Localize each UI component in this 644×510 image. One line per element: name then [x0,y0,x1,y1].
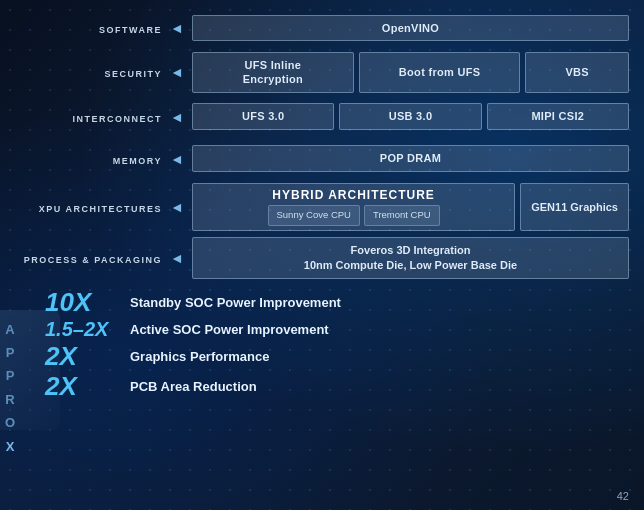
main-content: Software ◄ OpenVINO Security ◄ UFS Inlin… [0,0,644,411]
metric-desc-2: Active SOC Power Improvement [130,322,329,337]
memory-row: Memory ◄ POP DRAM [15,141,629,177]
mipi-box: MIPI CSI2 [487,103,629,129]
interconnect-boxes: UFS 3.0 USB 3.0 MIPI CSI2 [192,103,629,129]
pop-dram-box: POP DRAM [192,145,629,171]
memory-label: Memory [15,150,170,168]
metric-desc-1: Standby SOC Power Improvement [130,295,341,310]
boot-ufs-box: Boot from UFS [359,52,521,93]
metric-value-2: 1.5–2X [45,319,125,339]
slide-number: 42 [617,490,629,502]
sunny-cove-box: Sunny Cove CPU [268,205,360,225]
openvino-box: OpenVINO [192,15,629,41]
software-arrow: ◄ [170,20,188,36]
metric-value-4: 2X [45,373,125,399]
security-arrow: ◄ [170,64,188,80]
interconnect-arrow: ◄ [170,109,188,125]
memory-boxes: POP DRAM [192,145,629,171]
metric-value-1: 10X [45,289,125,315]
metric-row-1: 10X Standby SOC Power Improvement [45,289,629,315]
metric-desc-4: PCB Area Reduction [130,379,257,394]
metric-row-3: 2X Graphics Performance [45,343,629,369]
process-arrow: ◄ [170,250,188,266]
xpu-arrow: ◄ [170,199,188,215]
usb30-box: USB 3.0 [339,103,481,129]
security-boxes: UFS InlineEncryption Boot from UFS VBS [192,52,629,93]
vbs-box: VBS [525,52,629,93]
metric-row-2: 1.5–2X Active SOC Power Improvement [45,319,629,339]
memory-arrow: ◄ [170,151,188,167]
security-label: Security [15,63,170,81]
metrics-section: 10X Standby SOC Power Improvement 1.5–2X… [15,289,629,399]
metric-desc-3: Graphics Performance [130,349,269,364]
interconnect-row: Interconnect ◄ UFS 3.0 USB 3.0 MIPI CSI2 [15,99,629,135]
xpu-row: XPU Architectures ◄ Hybrid Architecture … [15,183,629,231]
security-row: Security ◄ UFS InlineEncryption Boot fro… [15,52,629,93]
software-boxes: OpenVINO [192,15,629,41]
xpu-label: XPU Architectures [15,198,170,216]
hybrid-title: Hybrid Architecture [272,188,435,204]
software-label: Software [15,19,170,37]
metric-value-3: 2X [45,343,125,369]
process-label: Process & Packaging [15,249,170,267]
gen11-box: GEN11 Graphics [520,183,629,231]
ufs-inline-box: UFS InlineEncryption [192,52,354,93]
ufs30-box: UFS 3.0 [192,103,334,129]
interconnect-label: Interconnect [15,108,170,126]
hybrid-architecture-box: Hybrid Architecture Sunny Cove CPU Tremo… [192,183,515,231]
tremont-cpu-box: Tremont CPU [364,205,440,225]
foveros-wrapper: Foveros 3D Integration 10nm Compute Die,… [192,237,629,280]
software-row: Software ◄ OpenVINO [15,10,629,46]
hybrid-inner: Sunny Cove CPU Tremont CPU [268,205,440,225]
foveros-box: Foveros 3D Integration 10nm Compute Die,… [192,237,629,280]
process-row: Process & Packaging ◄ Foveros 3D Integra… [15,237,629,280]
metric-row-4: 2X PCB Area Reduction [45,373,629,399]
hybrid-container: Hybrid Architecture Sunny Cove CPU Tremo… [192,183,629,231]
